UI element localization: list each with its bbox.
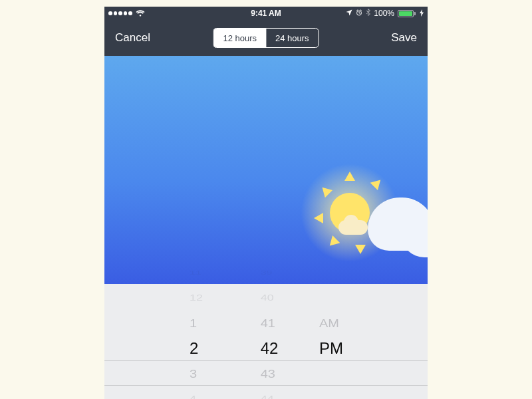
minute-selected: 42 [261, 336, 279, 361]
time-picker: 11 12 1 2 3 4 5 39 40 41 42 43 44 45 [104, 284, 428, 399]
cancel-button[interactable]: Cancel [115, 31, 150, 45]
period-selected: PM [319, 336, 343, 361]
nav-bar: Cancel 12 hours 24 hours Save [104, 20, 428, 56]
signal-strength-icon [108, 11, 132, 15]
sky-illustration [104, 56, 428, 284]
status-time: 9:41 AM [251, 9, 281, 18]
status-left [108, 10, 346, 17]
hour-option: 1 [190, 313, 203, 334]
hour-option: 3 [190, 363, 203, 384]
segment-12-hours[interactable]: 12 hours [213, 29, 266, 47]
status-right: 100% [346, 9, 424, 18]
hour-wheel[interactable]: 11 12 1 2 3 4 5 [173, 284, 219, 399]
status-bar: 9:41 AM 100% [104, 7, 428, 20]
save-button[interactable]: Save [391, 31, 417, 45]
minute-option: 39 [261, 266, 279, 280]
period-spacer [319, 289, 343, 307]
time-picker-screen: 9:41 AM 100% Cancel 12 hours 24 [104, 7, 428, 399]
period-spacer [319, 266, 343, 280]
cloud-icon [368, 191, 428, 251]
minute-option: 43 [261, 363, 279, 384]
segment-24-hours[interactable]: 24 hours [266, 29, 319, 47]
time-format-segmented-control: 12 hours 24 hours [213, 28, 319, 48]
hour-selected: 2 [190, 336, 203, 361]
minute-option: 40 [261, 289, 279, 307]
period-wheel[interactable]: AM PM [319, 284, 359, 399]
wifi-icon [136, 10, 145, 17]
alarm-icon [356, 9, 362, 18]
battery-percent: 100% [374, 9, 394, 18]
cloud-small-icon [338, 220, 368, 235]
period-spacer [319, 361, 343, 386]
location-icon [346, 9, 352, 18]
hour-option: 11 [190, 266, 203, 280]
hour-option: 12 [190, 289, 203, 307]
minute-option: 44 [261, 390, 279, 399]
period-option: AM [319, 313, 343, 334]
bluetooth-icon [366, 9, 370, 18]
battery-icon [398, 10, 416, 17]
minute-wheel[interactable]: 39 40 41 42 43 44 45 [246, 284, 293, 399]
hour-option: 4 [190, 390, 203, 399]
charging-icon [420, 9, 424, 18]
minute-option: 41 [261, 313, 279, 334]
